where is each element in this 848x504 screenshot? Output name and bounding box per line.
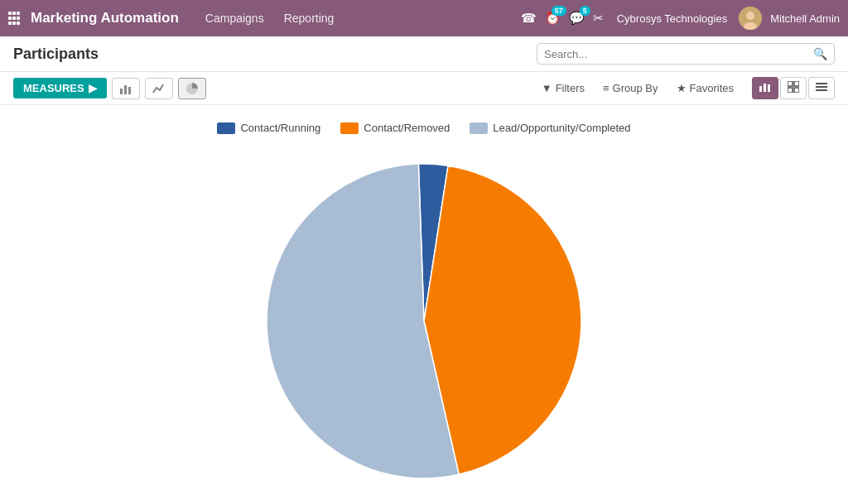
bar-chart-icon <box>119 82 132 95</box>
filter-group: ▼ Filters ≡ Group By ★ Favorites <box>538 79 737 98</box>
legend-color-running <box>217 122 235 134</box>
svg-rect-13 <box>794 88 799 93</box>
svg-rect-7 <box>759 86 762 92</box>
app-title: Marketing Automation <box>31 10 179 26</box>
message-badge: 5 <box>580 6 590 16</box>
topbar-actions: ☎ ⏰ 57 💬 5 ✂ Cybrosys Technologies Mitch… <box>521 7 840 30</box>
svg-rect-10 <box>788 81 793 86</box>
filters-button[interactable]: ▼ Filters <box>538 79 588 98</box>
company-name[interactable]: Cybrosys Technologies <box>617 12 727 25</box>
filters-label: Filters <box>556 82 585 94</box>
line-chart-button[interactable] <box>145 78 173 99</box>
legend-item-running: Contact/Running <box>217 122 320 134</box>
controlbar: MEASURES ▶ ▼ Filters ≡ Group By ★ <box>0 72 848 105</box>
groupby-button[interactable]: ≡ Group By <box>600 79 662 98</box>
svg-rect-12 <box>788 88 793 93</box>
message-icon[interactable]: 💬 5 <box>569 11 585 26</box>
legend-item-completed: Lead/Opportunity/Completed <box>470 122 630 134</box>
pie-chart-svg <box>250 147 598 495</box>
view-list-button[interactable] <box>808 77 835 99</box>
filter-icon: ▼ <box>542 82 552 94</box>
page-title: Participants <box>13 46 528 63</box>
view-bar-icon <box>759 81 771 93</box>
nav-reporting[interactable]: Reporting <box>282 8 336 28</box>
legend-item-removed: Contact/Removed <box>340 122 450 134</box>
main-nav: Campaigns Reporting <box>204 8 521 28</box>
measures-label: MEASURES <box>23 82 84 94</box>
legend-label-running: Contact/Running <box>240 122 320 134</box>
activity-icon[interactable]: ⏰ 57 <box>545 11 561 26</box>
groupby-label: Group By <box>613 82 658 94</box>
chart-area: Contact/Running Contact/Removed Lead/Opp… <box>0 105 848 504</box>
svg-rect-4 <box>124 85 127 94</box>
nav-campaigns[interactable]: Campaigns <box>204 8 266 28</box>
apps-menu-button[interactable] <box>8 12 19 25</box>
view-grid-button[interactable] <box>780 77 807 99</box>
favorites-button[interactable]: ★ Favorites <box>673 79 737 98</box>
legend-color-completed <box>470 122 488 134</box>
star-icon: ★ <box>677 82 687 94</box>
search-input[interactable] <box>544 48 813 60</box>
bar-chart-button[interactable] <box>112 78 140 99</box>
username: Mitchell Admin <box>770 12 840 25</box>
measures-arrow-icon: ▶ <box>89 82 97 94</box>
settings-icon[interactable]: ✂ <box>593 11 604 26</box>
favorites-label: Favorites <box>690 82 734 94</box>
groupby-icon: ≡ <box>603 82 610 94</box>
pie-chart-button[interactable] <box>178 78 206 99</box>
svg-point-1 <box>746 12 754 20</box>
activity-badge: 57 <box>552 6 566 16</box>
pie-chart <box>250 147 598 495</box>
svg-rect-11 <box>794 81 799 86</box>
chart-legend: Contact/Running Contact/Removed Lead/Opp… <box>217 122 630 134</box>
svg-rect-3 <box>120 89 123 94</box>
svg-rect-8 <box>764 84 766 92</box>
avatar[interactable] <box>739 7 762 30</box>
svg-rect-5 <box>128 87 131 94</box>
search-icon[interactable]: 🔍 <box>813 47 827 60</box>
topbar: Marketing Automation Campaigns Reporting… <box>0 0 848 36</box>
search-container: 🔍 <box>537 43 835 65</box>
line-chart-icon <box>152 82 166 95</box>
view-buttons <box>752 77 835 99</box>
legend-color-removed <box>340 122 359 134</box>
pie-chart-icon <box>186 82 199 95</box>
svg-rect-9 <box>768 84 770 92</box>
legend-label-completed: Lead/Opportunity/Completed <box>493 122 630 134</box>
view-grid-icon <box>788 81 799 93</box>
legend-label-removed: Contact/Removed <box>364 122 450 134</box>
phone-icon[interactable]: ☎ <box>521 11 537 26</box>
view-bar-button[interactable] <box>752 77 778 99</box>
measures-button[interactable]: MEASURES ▶ <box>13 78 107 98</box>
view-list-icon <box>816 81 827 93</box>
subbar: Participants 🔍 <box>0 36 848 72</box>
